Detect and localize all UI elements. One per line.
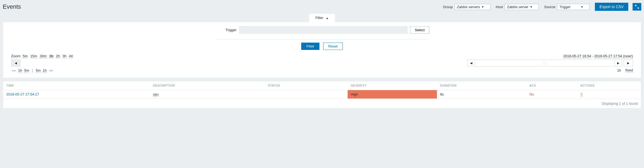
triangle-right-icon: ▶ (627, 61, 629, 65)
scroll-left-small[interactable]: ◀ (11, 59, 20, 66)
col-time[interactable]: Time (3, 81, 150, 90)
triangle-left-icon: ◀ (470, 61, 472, 65)
col-duration[interactable]: Duration (437, 81, 526, 90)
scroll-right-small[interactable]: ▶ (624, 59, 633, 66)
events-table-panel: Time Description Status Severity Duratio… (3, 81, 641, 109)
zoom-opt-15m[interactable]: 15m (30, 54, 37, 58)
nav-back-5m[interactable]: 5m (24, 68, 29, 73)
fullscreen-icon (635, 5, 639, 9)
triangle-right-icon: ▶ (617, 61, 619, 65)
group-select[interactable]: Zabbix servers ▼ (455, 4, 490, 10)
divider (216, 39, 428, 39)
time-to[interactable]: 2018-05-27 17:54 (now!) (594, 54, 633, 58)
page-title: Events (3, 3, 21, 10)
zoom-opt-3h[interactable]: 3h (62, 54, 66, 58)
time-range: 2018-05-27 16:54 - 2018-05-27 17:54 (now… (563, 54, 633, 58)
zoom-opt-1h[interactable]: 1h (49, 54, 53, 58)
table-footer: Displaying 1 of 1 found (3, 99, 641, 108)
host-label: Host (496, 5, 503, 9)
nav-back-1h[interactable]: 1h (18, 68, 22, 73)
zoom-opt-2h[interactable]: 2h (56, 54, 60, 58)
chevron-down-icon: ▼ (580, 5, 583, 8)
zoom-opt-5m[interactable]: 5m (23, 54, 28, 58)
event-status (265, 90, 348, 99)
event-actions-link[interactable]: 3 (580, 92, 582, 97)
event-ack-link[interactable]: No (529, 92, 534, 96)
filter-button[interactable]: Filter (301, 43, 319, 50)
zoom-opt-all[interactable]: All (69, 54, 73, 58)
filter-tab-label: Filter (315, 16, 323, 20)
filter-toggle-tab[interactable]: Filter ▲ (309, 13, 335, 22)
zoom-label: Zoom: (11, 54, 21, 58)
source-select[interactable]: Trigger ▼ (557, 4, 589, 10)
source-select-value: Trigger (559, 5, 570, 9)
fullscreen-button[interactable] (633, 3, 641, 11)
scroll-right-big[interactable]: ▶ (615, 60, 622, 66)
time-from[interactable]: 2018-05-27 16:54 (563, 54, 591, 58)
nav-fwd-1h[interactable]: 1h (43, 68, 47, 73)
zoom-options: 5m 15m 30m 1h 2h 3h All (23, 54, 74, 58)
double-chevron-right-icon: »» (49, 68, 53, 72)
zoom-opt-30m[interactable]: 30m (40, 54, 46, 58)
export-csv-button[interactable]: Export to CSV (595, 3, 628, 11)
chevron-down-icon: ▼ (530, 5, 532, 8)
source-label: Source (544, 5, 555, 9)
trigger-input[interactable] (239, 26, 407, 34)
group-select-value: Zabbix servers (457, 5, 480, 9)
double-chevron-left-icon: «« (12, 68, 16, 72)
triangle-up-icon: ▲ (326, 17, 329, 20)
scroller-handle[interactable]: ::: (475, 60, 614, 66)
host-select[interactable]: Zabbix server ▼ (505, 4, 539, 10)
col-severity[interactable]: Severity (348, 81, 437, 90)
col-actions[interactable]: Actions (577, 81, 641, 90)
col-status[interactable]: Status (265, 81, 348, 90)
triangle-left-icon: ◀ (15, 61, 17, 65)
table-row: 2018-05-27 17:54:17 cpu High 6s No 3 (3, 90, 641, 99)
events-table: Time Description Status Severity Duratio… (3, 81, 641, 99)
filter-panel: Trigger Select Filter Reset Zoom: 5m 15m… (3, 22, 641, 78)
nav-fwd-5m[interactable]: 5m (36, 68, 41, 73)
event-duration: 6s (437, 90, 526, 99)
event-severity: High (348, 90, 437, 99)
col-description[interactable]: Description (150, 81, 265, 90)
host-select-value: Zabbix server (507, 5, 528, 9)
reset-button[interactable]: Reset (323, 43, 343, 50)
group-label: Group (443, 5, 453, 9)
time-window-label: 1h (617, 68, 621, 72)
event-time-link[interactable]: 2018-05-27 17:54:17 (6, 92, 39, 96)
table-header-row: Time Description Status Severity Duratio… (3, 81, 641, 90)
time-mode-toggle[interactable]: fixed (626, 68, 633, 72)
trigger-select-button[interactable]: Select (410, 26, 429, 34)
time-scroller: ◀ ::: ▶ (467, 59, 622, 66)
trigger-label: Trigger (215, 28, 236, 32)
event-description-link[interactable]: cpu (153, 92, 159, 97)
col-ack[interactable]: Ack (526, 81, 577, 90)
scroll-left-big[interactable]: ◀ (468, 60, 475, 66)
chevron-down-icon: ▼ (481, 5, 484, 8)
